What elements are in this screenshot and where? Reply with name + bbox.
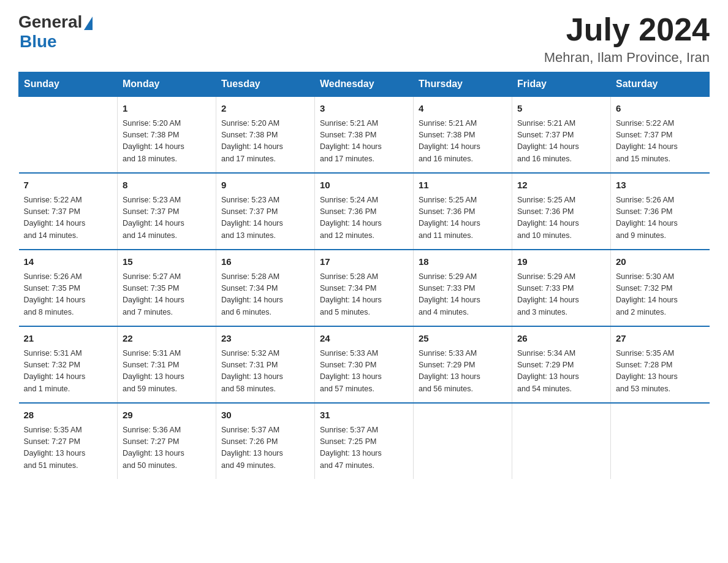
day-info: Sunrise: 5:23 AMSunset: 7:37 PMDaylight:… <box>221 194 309 242</box>
day-cell: 31Sunrise: 5:37 AMSunset: 7:25 PMDayligh… <box>315 403 414 479</box>
day-number: 13 <box>616 178 705 193</box>
logo-blue-text: Blue <box>20 32 57 52</box>
day-cell <box>611 403 710 479</box>
day-info: Sunrise: 5:35 AMSunset: 7:27 PMDaylight:… <box>24 424 113 472</box>
day-cell: 2Sunrise: 5:20 AMSunset: 7:38 PMDaylight… <box>216 96 315 173</box>
day-number: 7 <box>24 178 113 193</box>
day-cell: 27Sunrise: 5:35 AMSunset: 7:28 PMDayligh… <box>611 326 710 403</box>
day-number: 16 <box>221 255 309 269</box>
week-row-5: 28Sunrise: 5:35 AMSunset: 7:27 PMDayligh… <box>19 403 710 479</box>
day-number: 21 <box>24 332 113 346</box>
day-number: 17 <box>320 255 408 269</box>
week-row-1: 1Sunrise: 5:20 AMSunset: 7:38 PMDaylight… <box>19 96 710 173</box>
day-cell: 19Sunrise: 5:29 AMSunset: 7:33 PMDayligh… <box>512 250 611 326</box>
day-cell: 7Sunrise: 5:22 AMSunset: 7:37 PMDaylight… <box>19 173 118 250</box>
logo-top: General <box>18 12 93 32</box>
day-info: Sunrise: 5:31 AMSunset: 7:31 PMDaylight:… <box>123 348 211 396</box>
header-cell-monday: Monday <box>118 72 216 97</box>
day-cell: 4Sunrise: 5:21 AMSunset: 7:38 PMDaylight… <box>414 96 512 173</box>
day-cell: 3Sunrise: 5:21 AMSunset: 7:38 PMDaylight… <box>315 96 414 173</box>
day-number: 11 <box>419 178 507 193</box>
day-info: Sunrise: 5:34 AMSunset: 7:29 PMDaylight:… <box>517 348 605 396</box>
day-number: 30 <box>221 408 309 423</box>
day-info: Sunrise: 5:35 AMSunset: 7:28 PMDaylight:… <box>616 348 705 396</box>
day-info: Sunrise: 5:32 AMSunset: 7:31 PMDaylight:… <box>221 348 309 396</box>
day-number: 31 <box>320 408 408 423</box>
day-number: 8 <box>123 178 211 193</box>
logo-triangle-icon <box>84 17 93 30</box>
header-cell-friday: Friday <box>512 72 611 97</box>
day-cell: 11Sunrise: 5:25 AMSunset: 7:36 PMDayligh… <box>414 173 512 250</box>
day-cell: 9Sunrise: 5:23 AMSunset: 7:37 PMDaylight… <box>216 173 315 250</box>
day-info: Sunrise: 5:25 AMSunset: 7:36 PMDaylight:… <box>517 194 605 242</box>
day-number: 9 <box>221 178 309 193</box>
day-info: Sunrise: 5:36 AMSunset: 7:27 PMDaylight:… <box>123 424 211 472</box>
day-info: Sunrise: 5:29 AMSunset: 7:33 PMDaylight:… <box>419 271 507 319</box>
day-number: 20 <box>616 255 705 269</box>
day-info: Sunrise: 5:28 AMSunset: 7:34 PMDaylight:… <box>221 271 309 319</box>
day-number: 2 <box>221 102 309 116</box>
header-cell-thursday: Thursday <box>414 72 512 97</box>
day-number: 6 <box>616 102 705 116</box>
day-info: Sunrise: 5:26 AMSunset: 7:35 PMDaylight:… <box>24 271 113 319</box>
header-cell-tuesday: Tuesday <box>216 72 315 97</box>
day-cell: 29Sunrise: 5:36 AMSunset: 7:27 PMDayligh… <box>118 403 216 479</box>
header-cell-wednesday: Wednesday <box>315 72 414 97</box>
day-info: Sunrise: 5:25 AMSunset: 7:36 PMDaylight:… <box>419 194 507 242</box>
calendar-header: SundayMondayTuesdayWednesdayThursdayFrid… <box>19 72 710 97</box>
day-number: 4 <box>419 102 507 116</box>
day-number: 23 <box>221 332 309 346</box>
day-number: 27 <box>616 332 705 346</box>
day-cell: 18Sunrise: 5:29 AMSunset: 7:33 PMDayligh… <box>414 250 512 326</box>
day-info: Sunrise: 5:28 AMSunset: 7:34 PMDaylight:… <box>320 271 408 319</box>
header-cell-sunday: Sunday <box>19 72 118 97</box>
day-cell: 15Sunrise: 5:27 AMSunset: 7:35 PMDayligh… <box>118 250 216 326</box>
day-number: 29 <box>123 408 211 423</box>
day-number: 1 <box>123 102 211 116</box>
day-cell: 28Sunrise: 5:35 AMSunset: 7:27 PMDayligh… <box>19 403 118 479</box>
day-cell <box>414 403 512 479</box>
day-info: Sunrise: 5:20 AMSunset: 7:38 PMDaylight:… <box>123 118 211 166</box>
day-info: Sunrise: 5:20 AMSunset: 7:38 PMDaylight:… <box>221 118 309 166</box>
day-number: 14 <box>24 255 113 269</box>
day-cell: 16Sunrise: 5:28 AMSunset: 7:34 PMDayligh… <box>216 250 315 326</box>
day-cell: 23Sunrise: 5:32 AMSunset: 7:31 PMDayligh… <box>216 326 315 403</box>
day-cell: 30Sunrise: 5:37 AMSunset: 7:26 PMDayligh… <box>216 403 315 479</box>
header-cell-saturday: Saturday <box>611 72 710 97</box>
day-info: Sunrise: 5:37 AMSunset: 7:25 PMDaylight:… <box>320 424 408 472</box>
day-info: Sunrise: 5:37 AMSunset: 7:26 PMDaylight:… <box>221 424 309 472</box>
day-cell: 6Sunrise: 5:22 AMSunset: 7:37 PMDaylight… <box>611 96 710 173</box>
title-area: July 2024 Mehran, Ilam Province, Iran <box>544 12 710 66</box>
page-header: General Blue July 2024 Mehran, Ilam Prov… <box>18 12 710 66</box>
day-number: 19 <box>517 255 605 269</box>
day-info: Sunrise: 5:33 AMSunset: 7:30 PMDaylight:… <box>320 348 408 396</box>
day-info: Sunrise: 5:21 AMSunset: 7:38 PMDaylight:… <box>320 118 408 166</box>
day-number: 18 <box>419 255 507 269</box>
day-info: Sunrise: 5:21 AMSunset: 7:38 PMDaylight:… <box>419 118 507 166</box>
day-cell: 10Sunrise: 5:24 AMSunset: 7:36 PMDayligh… <box>315 173 414 250</box>
day-cell <box>512 403 611 479</box>
day-info: Sunrise: 5:31 AMSunset: 7:32 PMDaylight:… <box>24 348 113 396</box>
day-number: 26 <box>517 332 605 346</box>
day-cell: 24Sunrise: 5:33 AMSunset: 7:30 PMDayligh… <box>315 326 414 403</box>
calendar-table: SundayMondayTuesdayWednesdayThursdayFrid… <box>18 72 710 479</box>
day-info: Sunrise: 5:27 AMSunset: 7:35 PMDaylight:… <box>123 271 211 319</box>
day-cell: 14Sunrise: 5:26 AMSunset: 7:35 PMDayligh… <box>19 250 118 326</box>
day-info: Sunrise: 5:22 AMSunset: 7:37 PMDaylight:… <box>616 118 705 166</box>
week-row-3: 14Sunrise: 5:26 AMSunset: 7:35 PMDayligh… <box>19 250 710 326</box>
day-number: 15 <box>123 255 211 269</box>
day-cell: 1Sunrise: 5:20 AMSunset: 7:38 PMDaylight… <box>118 96 216 173</box>
day-number: 3 <box>320 102 408 116</box>
day-number: 10 <box>320 178 408 193</box>
calendar-location: Mehran, Ilam Province, Iran <box>544 50 710 66</box>
day-cell: 17Sunrise: 5:28 AMSunset: 7:34 PMDayligh… <box>315 250 414 326</box>
day-info: Sunrise: 5:22 AMSunset: 7:37 PMDaylight:… <box>24 194 113 242</box>
calendar-title: July 2024 <box>544 12 710 47</box>
logo-general-text: General <box>18 12 82 32</box>
day-info: Sunrise: 5:30 AMSunset: 7:32 PMDaylight:… <box>616 271 705 319</box>
day-info: Sunrise: 5:24 AMSunset: 7:36 PMDaylight:… <box>320 194 408 242</box>
day-info: Sunrise: 5:21 AMSunset: 7:37 PMDaylight:… <box>517 118 605 166</box>
day-info: Sunrise: 5:23 AMSunset: 7:37 PMDaylight:… <box>123 194 211 242</box>
calendar-body: 1Sunrise: 5:20 AMSunset: 7:38 PMDaylight… <box>19 96 710 479</box>
day-number: 22 <box>123 332 211 346</box>
